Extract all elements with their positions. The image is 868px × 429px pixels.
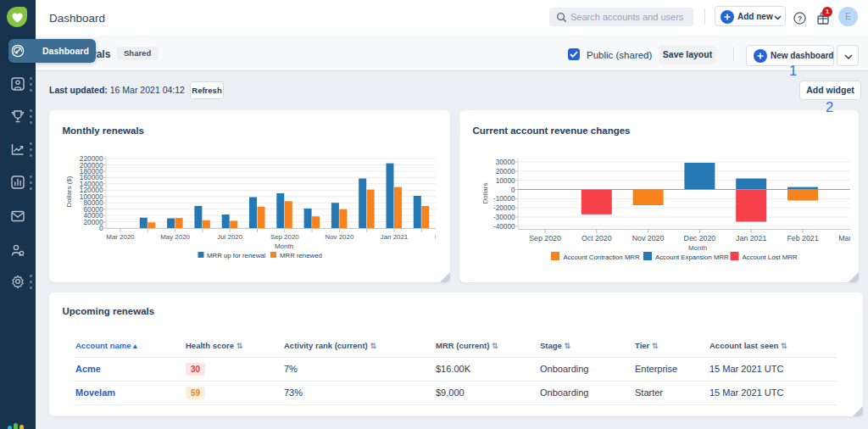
svg-text:Sep 2020: Sep 2020 [270, 233, 299, 241]
svg-text:10000: 10000 [496, 177, 515, 185]
svg-text:Jan 2021: Jan 2021 [736, 234, 766, 242]
svg-text:Nov 2020: Nov 2020 [632, 234, 665, 242]
svg-text:Dollars: Dollars [481, 183, 489, 204]
svg-text:0: 0 [511, 187, 515, 194]
svg-text:?: ? [798, 14, 802, 23]
svg-text:Month: Month [688, 244, 707, 252]
svg-text:Account Contraction MRR: Account Contraction MRR [564, 254, 641, 261]
svg-text:MRR up for renewal: MRR up for renewal [207, 252, 266, 259]
svg-text:-20000: -20000 [493, 204, 515, 212]
svg-text:Dollars ($): Dollars ($) [65, 176, 73, 207]
svg-text:Mar 2021: Mar 2021 [838, 234, 850, 242]
svg-text:30000: 30000 [496, 159, 515, 166]
svg-text:MRR renewed: MRR renewed [280, 252, 322, 259]
svg-text:220000: 220000 [80, 154, 103, 163]
svg-text:Sep 2020: Sep 2020 [529, 234, 561, 242]
svg-text:Mar 2020: Mar 2020 [106, 233, 135, 241]
svg-text:Jan 2021: Jan 2021 [381, 233, 408, 241]
svg-text:Feb 2021: Feb 2021 [787, 234, 818, 242]
svg-text:Account Lost MRR: Account Lost MRR [743, 254, 798, 261]
svg-text:-40000: -40000 [493, 223, 515, 231]
svg-text:-30000: -30000 [493, 214, 515, 221]
svg-text:Account Expansion MRR: Account Expansion MRR [655, 254, 729, 261]
svg-text:-10000: -10000 [493, 195, 515, 203]
svg-text:May 2020: May 2020 [160, 233, 190, 241]
svg-text:Dec 2020: Dec 2020 [684, 234, 716, 242]
svg-text:20000: 20000 [496, 168, 515, 176]
svg-text:Month: Month [275, 242, 293, 250]
svg-text:Oct 2020: Oct 2020 [581, 234, 612, 242]
svg-text:Mar 2021: Mar 2021 [435, 233, 436, 241]
svg-text:Nov 2020: Nov 2020 [326, 233, 354, 241]
svg-text:Jul 2020: Jul 2020 [217, 233, 242, 241]
